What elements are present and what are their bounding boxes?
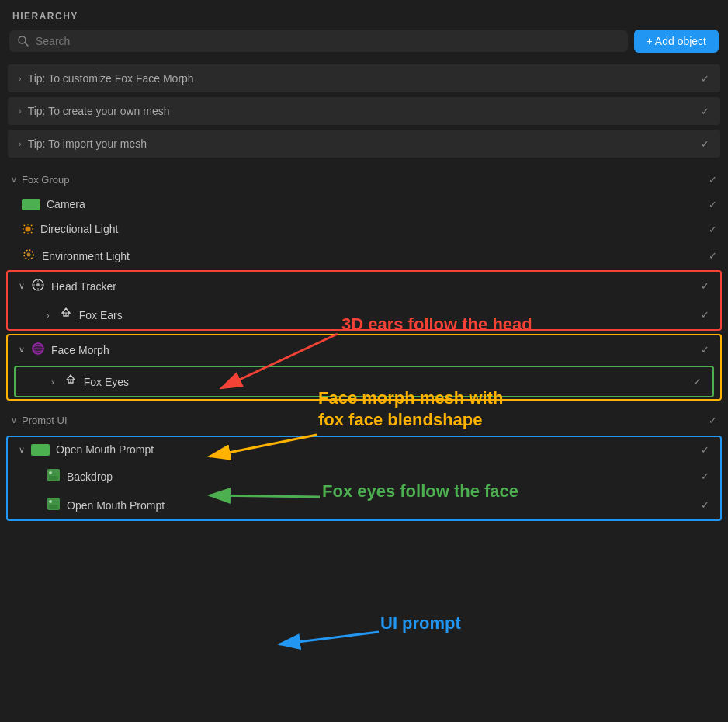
svg-line-10 — [31, 232, 32, 233]
svg-text:UI prompt: UI prompt — [380, 613, 462, 633]
tip-label-1: Tip: To customize Fox Face Morph — [28, 72, 194, 85]
svg-point-4 — [25, 226, 30, 231]
open-mouth-parent-check: ✓ — [701, 444, 709, 456]
face-morph-label: Face Morph — [51, 344, 109, 356]
tip-label-2: Tip: To create your own mesh — [28, 105, 170, 117]
environment-light-icon — [22, 248, 36, 264]
environment-light-check: ✓ — [709, 250, 717, 262]
prompt-ui-header[interactable]: ∨ Prompt UI ✓ — [0, 408, 728, 432]
svg-point-20 — [37, 288, 39, 290]
search-input[interactable] — [36, 35, 620, 47]
svg-point-34 — [49, 471, 52, 474]
open-mouth-parent-icon — [31, 444, 50, 456]
camera-label: Camera — [47, 198, 85, 210]
svg-line-12 — [24, 232, 25, 233]
fox-ears-item[interactable]: › Fox Ears ✓ — [8, 300, 720, 329]
environment-light-label: Environment Light — [42, 250, 130, 262]
svg-point-17 — [33, 284, 35, 286]
svg-point-16 — [36, 283, 40, 286]
head-tracker-check: ✓ — [701, 280, 709, 292]
directional-light-item[interactable]: Directional Light ✓ — [0, 217, 728, 241]
tip-row-2[interactable]: › Tip: To create your own mesh ✓ — [8, 97, 720, 125]
tip-check-3: ✓ — [701, 138, 709, 150]
fox-group-label: Fox Group — [22, 174, 69, 186]
fox-ears-check: ✓ — [701, 309, 709, 321]
environment-light-item[interactable]: Environment Light ✓ — [0, 241, 728, 270]
svg-line-11 — [31, 225, 32, 226]
camera-check: ✓ — [709, 199, 717, 210]
svg-marker-3 — [34, 200, 38, 209]
tip-row-1[interactable]: › Tip: To customize Fox Face Morph ✓ — [8, 64, 720, 92]
head-tracker-chevron: ∨ — [19, 281, 25, 291]
tip-label-3: Tip: To import your mesh — [28, 137, 147, 150]
svg-point-19 — [37, 280, 39, 282]
face-morph-chevron: ∨ — [19, 345, 25, 355]
svg-rect-2 — [24, 200, 34, 208]
tip-chevron-2: › — [19, 106, 22, 116]
backdrop-item[interactable]: Backdrop ✓ — [8, 462, 720, 491]
fox-eyes-icon — [64, 373, 78, 390]
camera-icon — [22, 199, 40, 210]
fox-ears-label: Fox Ears — [79, 309, 123, 321]
panel-title: HIERARCHY — [0, 0, 728, 30]
svg-point-37 — [49, 500, 52, 503]
hierarchy-panel: HIERARCHY + Add object › Tip: To customi… — [0, 0, 728, 722]
search-input-wrap[interactable] — [9, 30, 628, 52]
directional-light-check: ✓ — [709, 224, 717, 235]
hierarchy-list: › Tip: To customize Fox Face Morph ✓ › T… — [0, 64, 728, 521]
fox-ears-icon — [59, 307, 73, 323]
svg-marker-31 — [43, 446, 47, 454]
fox-eyes-label: Fox Eyes — [84, 376, 129, 388]
face-morph-group-highlight: ∨ Face Morph ✓ › — [6, 334, 722, 401]
svg-point-14 — [27, 253, 31, 257]
fox-eyes-chevron: › — [51, 377, 54, 387]
prompt-ui-chevron: ∨ — [11, 415, 17, 425]
face-morph-check: ✓ — [701, 344, 709, 356]
fox-group-check: ✓ — [709, 174, 717, 186]
fox-group-header[interactable]: ∨ Fox Group ✓ — [0, 168, 728, 192]
backdrop-check: ✓ — [701, 470, 709, 482]
head-tracker-icon — [31, 278, 45, 294]
fox-eyes-check: ✓ — [693, 376, 702, 387]
open-mouth-parent-label: Open Mouth Prompt — [56, 443, 154, 456]
svg-rect-33 — [49, 476, 58, 480]
tip-check-1: ✓ — [701, 73, 709, 85]
open-mouth-prompt-parent-item[interactable]: ∨ Open Mouth Prompt ✓ — [8, 437, 720, 462]
open-mouth-parent-chevron: ∨ — [19, 445, 25, 455]
tip-check-2: ✓ — [701, 106, 709, 117]
search-icon — [17, 35, 29, 47]
prompt-ui-check: ✓ — [709, 415, 717, 426]
svg-line-9 — [24, 225, 25, 226]
fox-eyes-highlight: › Fox Eyes ✓ — [14, 366, 714, 397]
svg-line-46 — [279, 632, 379, 644]
head-tracker-group-highlight: ∨ Head Tracker ✓ — [6, 270, 722, 331]
open-mouth-prompt-child-item[interactable]: Open Mouth Prompt ✓ — [8, 491, 720, 519]
open-mouth-child-check: ✓ — [701, 499, 709, 511]
prompt-ui-label: Prompt UI — [22, 415, 68, 426]
backdrop-label: Backdrop — [67, 470, 113, 483]
head-tracker-label: Head Tracker — [51, 280, 116, 293]
head-tracker-item[interactable]: ∨ Head Tracker ✓ — [8, 272, 720, 300]
tip-row-3[interactable]: › Tip: To import your mesh ✓ — [8, 130, 720, 158]
open-mouth-group-highlight: ∨ Open Mouth Prompt ✓ — [6, 436, 722, 521]
fox-group-chevron: ∨ — [11, 175, 17, 185]
svg-line-1 — [25, 43, 28, 46]
add-object-button[interactable]: + Add object — [634, 30, 719, 53]
svg-point-18 — [41, 284, 43, 286]
directional-light-icon — [22, 223, 34, 235]
fox-ears-chevron: › — [47, 311, 50, 320]
backdrop-icon — [47, 468, 61, 484]
tip-chevron-3: › — [19, 139, 22, 148]
face-morph-icon — [31, 342, 45, 358]
camera-item[interactable]: Camera ✓ — [0, 192, 728, 217]
svg-rect-36 — [49, 505, 58, 509]
open-mouth-child-label: Open Mouth Prompt — [67, 499, 165, 512]
open-mouth-child-icon — [47, 497, 61, 513]
directional-light-label: Directional Light — [40, 223, 118, 235]
face-morph-item[interactable]: ∨ Face Morph ✓ — [8, 335, 720, 364]
tip-chevron-1: › — [19, 74, 22, 83]
search-bar: + Add object — [0, 30, 728, 62]
svg-rect-30 — [33, 445, 43, 453]
fox-eyes-item[interactable]: › Fox Eyes ✓ — [16, 367, 712, 396]
